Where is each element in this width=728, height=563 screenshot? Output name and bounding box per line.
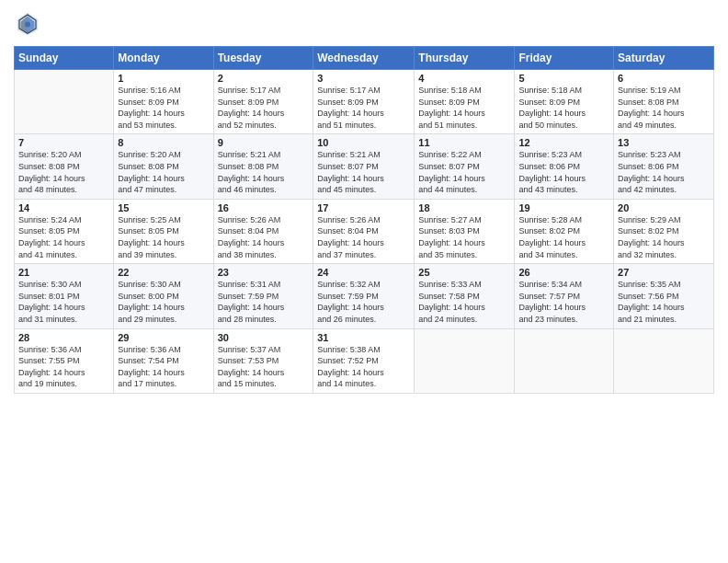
day-info: Sunrise: 5:22 AM Sunset: 8:07 PM Dayligh… [418, 149, 510, 195]
day-info: Sunrise: 5:30 AM Sunset: 8:01 PM Dayligh… [18, 279, 109, 325]
calendar-table: SundayMondayTuesdayWednesdayThursdayFrid… [14, 46, 714, 394]
day-info: Sunrise: 5:34 AM Sunset: 7:57 PM Dayligh… [518, 279, 609, 325]
calendar-week-1: 7Sunrise: 5:20 AM Sunset: 8:08 PM Daylig… [15, 134, 714, 199]
day-number: 22 [118, 267, 209, 278]
calendar-cell: 28Sunrise: 5:36 AM Sunset: 7:55 PM Dayli… [15, 328, 114, 393]
calendar-cell: 21Sunrise: 5:30 AM Sunset: 8:01 PM Dayli… [15, 264, 114, 328]
weekday-header-tuesday: Tuesday [213, 47, 313, 70]
calendar-cell: 5Sunrise: 5:18 AM Sunset: 8:09 PM Daylig… [515, 70, 614, 134]
calendar-cell: 17Sunrise: 5:26 AM Sunset: 8:04 PM Dayli… [313, 199, 415, 263]
day-number: 27 [618, 267, 710, 278]
calendar-cell: 25Sunrise: 5:33 AM Sunset: 7:58 PM Dayli… [415, 264, 515, 328]
calendar-cell: 13Sunrise: 5:23 AM Sunset: 8:06 PM Dayli… [614, 134, 714, 199]
day-info: Sunrise: 5:37 AM Sunset: 7:53 PM Dayligh… [218, 344, 310, 390]
calendar-cell: 9Sunrise: 5:21 AM Sunset: 8:08 PM Daylig… [213, 134, 313, 199]
day-info: Sunrise: 5:19 AM Sunset: 8:08 PM Dayligh… [618, 85, 710, 131]
weekday-header-sunday: Sunday [15, 47, 114, 70]
day-info: Sunrise: 5:31 AM Sunset: 7:59 PM Dayligh… [218, 279, 310, 325]
day-number: 13 [618, 137, 710, 148]
calendar-cell: 23Sunrise: 5:31 AM Sunset: 7:59 PM Dayli… [213, 264, 313, 328]
calendar-cell: 15Sunrise: 5:25 AM Sunset: 8:05 PM Dayli… [114, 199, 213, 263]
day-number: 1 [118, 73, 209, 84]
calendar-cell: 30Sunrise: 5:37 AM Sunset: 7:53 PM Dayli… [213, 328, 313, 393]
calendar-cell: 12Sunrise: 5:23 AM Sunset: 8:06 PM Dayli… [515, 134, 614, 199]
calendar-cell: 11Sunrise: 5:22 AM Sunset: 8:07 PM Dayli… [415, 134, 515, 199]
calendar-cell: 26Sunrise: 5:34 AM Sunset: 7:57 PM Dayli… [515, 264, 614, 328]
calendar-cell: 27Sunrise: 5:35 AM Sunset: 7:56 PM Dayli… [614, 264, 714, 328]
calendar-cell: 6Sunrise: 5:19 AM Sunset: 8:08 PM Daylig… [614, 70, 714, 134]
day-info: Sunrise: 5:33 AM Sunset: 7:58 PM Dayligh… [418, 279, 510, 325]
day-number: 2 [218, 73, 310, 84]
calendar-cell: 2Sunrise: 5:17 AM Sunset: 8:09 PM Daylig… [213, 70, 313, 134]
day-number: 12 [518, 137, 609, 148]
day-info: Sunrise: 5:17 AM Sunset: 8:09 PM Dayligh… [317, 85, 410, 131]
calendar-cell: 31Sunrise: 5:38 AM Sunset: 7:52 PM Dayli… [313, 328, 415, 393]
day-number: 23 [218, 267, 310, 278]
calendar-cell: 8Sunrise: 5:20 AM Sunset: 8:08 PM Daylig… [114, 134, 213, 199]
calendar-cell [15, 70, 114, 134]
day-info: Sunrise: 5:20 AM Sunset: 8:08 PM Dayligh… [18, 149, 109, 195]
day-number: 5 [518, 73, 609, 84]
day-number: 11 [418, 137, 510, 148]
day-number: 18 [418, 202, 510, 213]
day-number: 8 [118, 137, 209, 148]
day-info: Sunrise: 5:36 AM Sunset: 7:55 PM Dayligh… [18, 344, 109, 390]
calendar-week-3: 21Sunrise: 5:30 AM Sunset: 8:01 PM Dayli… [15, 264, 714, 328]
day-info: Sunrise: 5:18 AM Sunset: 8:09 PM Dayligh… [418, 85, 510, 131]
day-info: Sunrise: 5:28 AM Sunset: 8:02 PM Dayligh… [518, 214, 609, 260]
calendar-cell [415, 328, 515, 393]
day-info: Sunrise: 5:35 AM Sunset: 7:56 PM Dayligh… [618, 279, 710, 325]
day-number: 10 [317, 137, 410, 148]
calendar-cell [515, 328, 614, 393]
calendar-cell: 14Sunrise: 5:24 AM Sunset: 8:05 PM Dayli… [15, 199, 114, 263]
weekday-header-monday: Monday [114, 47, 213, 70]
day-info: Sunrise: 5:29 AM Sunset: 8:02 PM Dayligh… [618, 214, 710, 260]
header [14, 9, 714, 37]
day-number: 21 [18, 267, 109, 278]
day-number: 14 [18, 202, 109, 213]
calendar-cell: 20Sunrise: 5:29 AM Sunset: 8:02 PM Dayli… [614, 199, 714, 263]
day-number: 16 [218, 202, 310, 213]
day-info: Sunrise: 5:32 AM Sunset: 7:59 PM Dayligh… [317, 279, 410, 325]
day-info: Sunrise: 5:17 AM Sunset: 8:09 PM Dayligh… [218, 85, 310, 131]
calendar-cell: 4Sunrise: 5:18 AM Sunset: 8:09 PM Daylig… [415, 70, 515, 134]
calendar-cell: 24Sunrise: 5:32 AM Sunset: 7:59 PM Dayli… [313, 264, 415, 328]
day-number: 31 [317, 332, 410, 343]
calendar-cell: 7Sunrise: 5:20 AM Sunset: 8:08 PM Daylig… [15, 134, 114, 199]
day-info: Sunrise: 5:23 AM Sunset: 8:06 PM Dayligh… [618, 149, 710, 195]
day-info: Sunrise: 5:26 AM Sunset: 8:04 PM Dayligh… [317, 214, 410, 260]
calendar-cell: 29Sunrise: 5:36 AM Sunset: 7:54 PM Dayli… [114, 328, 213, 393]
day-number: 9 [218, 137, 310, 148]
day-info: Sunrise: 5:26 AM Sunset: 8:04 PM Dayligh… [218, 214, 310, 260]
calendar-page: SundayMondayTuesdayWednesdayThursdayFrid… [0, 0, 728, 563]
day-number: 17 [317, 202, 410, 213]
day-info: Sunrise: 5:27 AM Sunset: 8:03 PM Dayligh… [418, 214, 510, 260]
day-number: 20 [618, 202, 710, 213]
day-number: 25 [418, 267, 510, 278]
calendar-week-4: 28Sunrise: 5:36 AM Sunset: 7:55 PM Dayli… [15, 328, 714, 393]
day-number: 3 [317, 73, 410, 84]
day-info: Sunrise: 5:23 AM Sunset: 8:06 PM Dayligh… [518, 149, 609, 195]
day-info: Sunrise: 5:25 AM Sunset: 8:05 PM Dayligh… [118, 214, 209, 260]
day-number: 4 [418, 73, 510, 84]
svg-point-2 [25, 22, 30, 28]
day-number: 28 [18, 332, 109, 343]
day-number: 19 [518, 202, 609, 213]
day-info: Sunrise: 5:36 AM Sunset: 7:54 PM Dayligh… [118, 344, 209, 390]
calendar-week-0: 1Sunrise: 5:16 AM Sunset: 8:09 PM Daylig… [15, 70, 714, 134]
day-info: Sunrise: 5:21 AM Sunset: 8:07 PM Dayligh… [317, 149, 410, 195]
day-number: 24 [317, 267, 410, 278]
day-number: 15 [118, 202, 209, 213]
calendar-cell: 18Sunrise: 5:27 AM Sunset: 8:03 PM Dayli… [415, 199, 515, 263]
day-info: Sunrise: 5:20 AM Sunset: 8:08 PM Dayligh… [118, 149, 209, 195]
weekday-header-thursday: Thursday [415, 47, 515, 70]
weekday-header-wednesday: Wednesday [313, 47, 415, 70]
day-number: 26 [518, 267, 609, 278]
calendar-cell: 1Sunrise: 5:16 AM Sunset: 8:09 PM Daylig… [114, 70, 213, 134]
day-info: Sunrise: 5:24 AM Sunset: 8:05 PM Dayligh… [18, 214, 109, 260]
day-info: Sunrise: 5:18 AM Sunset: 8:09 PM Dayligh… [518, 85, 609, 131]
weekday-header-saturday: Saturday [614, 47, 714, 70]
calendar-cell: 19Sunrise: 5:28 AM Sunset: 8:02 PM Dayli… [515, 199, 614, 263]
calendar-cell: 16Sunrise: 5:26 AM Sunset: 8:04 PM Dayli… [213, 199, 313, 263]
day-info: Sunrise: 5:30 AM Sunset: 8:00 PM Dayligh… [118, 279, 209, 325]
